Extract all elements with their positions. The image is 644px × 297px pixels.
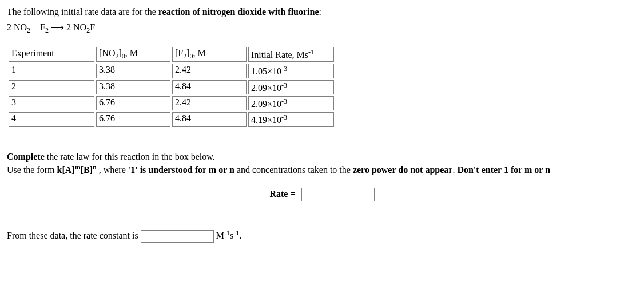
rate-mantissa: 4.19×10 (251, 116, 281, 125)
header-no2: [NO2]0, M (96, 47, 170, 62)
cell-rate: 2.09×10-3 (248, 96, 334, 110)
k-unit-sup2: -1 (233, 229, 239, 237)
rate-input-row: Rate = (7, 188, 637, 201)
instr-one: '1' is understood for m or n (128, 165, 234, 175)
cell-rate: 2.09×10-3 (248, 80, 334, 94)
eq-species-1: NO (14, 22, 27, 32)
rate-input[interactable] (301, 188, 375, 201)
cell-f2: 2.42 (172, 96, 247, 110)
instr-pre: Use the form (7, 165, 57, 175)
intro-bold: reaction of nitrogen dioxide with fluori… (158, 7, 319, 17)
cell-f2: 4.84 (172, 112, 247, 126)
cell-no2: 6.76 (96, 112, 170, 126)
h3-open: [F (175, 48, 183, 58)
table-row: 3 6.76 2.42 2.09×10-3 (9, 96, 334, 110)
cell-exp: 1 (9, 64, 94, 78)
cell-exp: 4 (9, 112, 94, 126)
instr-mid2: and concentrations taken to the (234, 165, 353, 175)
rate-constant-input[interactable] (141, 230, 214, 243)
intro-text: The following initial rate data are for … (7, 7, 637, 17)
cell-f2: 4.84 (172, 80, 247, 94)
chemical-equation: 2 NO2 + F2 ⟶ 2 NO2F (7, 22, 637, 35)
rate-exp: -3 (281, 65, 287, 73)
eq-species-2: F (40, 22, 45, 32)
instr-mid: , where (97, 165, 128, 175)
cell-f2: 2.42 (172, 64, 247, 78)
instr-complete: Complete (7, 152, 45, 161)
eq-arrow: ⟶ (49, 22, 66, 32)
cell-rate: 4.19×10-3 (248, 112, 334, 126)
h4-sup: -1 (308, 48, 314, 56)
header-experiment-label: Experiment (11, 48, 54, 58)
h2-open: [NO (99, 48, 115, 58)
instr-form: k[A]m[B]n (57, 165, 97, 175)
intro-before: The following initial rate data are for … (7, 7, 158, 17)
table-row: 2 3.38 4.84 2.09×10-3 (9, 80, 334, 94)
eq-suffix: F (90, 22, 95, 32)
header-rate: Initial Rate, Ms-1 (248, 47, 334, 62)
k-unit-end: . (239, 231, 241, 240)
k-pre-text: From these data, the rate constant is (7, 231, 141, 240)
h2-unit: , M (125, 48, 138, 58)
eq-coef-1: 2 (7, 22, 14, 32)
cell-no2: 3.38 (96, 64, 170, 78)
rate-label: Rate = (269, 189, 295, 199)
rate-mantissa: 1.05×10 (251, 67, 281, 77)
instr-form-k: k[A] (57, 165, 75, 175)
k-units: M-1s-1. (216, 231, 241, 240)
h4-pre: Initial Rate, Ms (251, 50, 308, 60)
instr-form-n: n (93, 163, 97, 171)
instruction-line-1: Complete the rate law for this reaction … (7, 152, 637, 162)
eq-species-3: NO (73, 22, 86, 32)
instr-dont: Don't enter 1 for m or n (457, 165, 550, 175)
rate-exp: -3 (281, 97, 287, 105)
rate-mantissa: 2.09×10 (251, 99, 281, 109)
rate-exp: -3 (281, 81, 287, 89)
table-row: 4 6.76 4.84 4.19×10-3 (9, 112, 334, 126)
instr-zero: zero power do not appear (353, 165, 453, 175)
cell-exp: 2 (9, 80, 94, 94)
h3-unit: , M (193, 48, 206, 58)
cell-no2: 6.76 (96, 96, 170, 110)
rate-mantissa: 2.09×10 (251, 83, 281, 93)
k-unit-m: M (216, 231, 224, 240)
cell-rate: 1.05×10-3 (248, 64, 334, 78)
instr-form-b: [B] (81, 165, 93, 175)
header-f2: [F2]0, M (172, 47, 247, 62)
intro-after: : (319, 7, 321, 17)
rate-constant-row: From these data, the rate constant is M-… (7, 229, 637, 243)
header-experiment: Experiment (9, 47, 94, 62)
table-row: 1 3.38 2.42 1.05×10-3 (9, 64, 334, 78)
instruction-line-2: Use the form k[A]m[B]n , where '1' is un… (7, 163, 637, 175)
table-header-row: Experiment [NO2]0, M [F2]0, M Initial Ra… (9, 47, 334, 62)
instr-form-m: m (75, 163, 81, 171)
eq-coef-2: 2 (66, 22, 73, 32)
eq-plus: + (30, 22, 40, 32)
instr-rest1: the rate law for this reaction in the bo… (45, 152, 215, 161)
rate-data-table: Experiment [NO2]0, M [F2]0, M Initial Ra… (7, 45, 336, 129)
rate-exp: -3 (281, 113, 287, 121)
k-unit-sup1: -1 (224, 229, 230, 237)
cell-no2: 3.38 (96, 80, 170, 94)
cell-exp: 3 (9, 96, 94, 110)
